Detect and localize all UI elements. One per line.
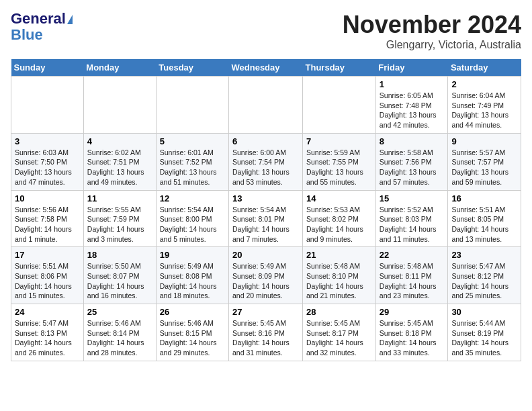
- weekday-header-sunday: Sunday: [11, 59, 84, 77]
- header: General Blue November 2024 Glengarry, Vi…: [11, 11, 521, 51]
- calendar-cell: 5Sunrise: 6:01 AM Sunset: 7:52 PM Daylig…: [156, 133, 228, 190]
- day-info: Sunrise: 5:55 AM Sunset: 7:59 PM Dayligh…: [87, 205, 152, 244]
- calendar-cell: 9Sunrise: 5:57 AM Sunset: 7:57 PM Daylig…: [448, 133, 521, 190]
- calendar-cell: 24Sunrise: 5:47 AM Sunset: 8:13 PM Dayli…: [11, 304, 84, 361]
- day-number: 30: [451, 307, 517, 317]
- day-number: 4: [87, 136, 152, 146]
- day-info: Sunrise: 5:48 AM Sunset: 8:11 PM Dayligh…: [380, 261, 445, 301]
- calendar-week-4: 17Sunrise: 5:51 AM Sunset: 8:06 PM Dayli…: [11, 247, 521, 304]
- day-number: 24: [15, 307, 80, 317]
- calendar-cell: 28Sunrise: 5:45 AM Sunset: 8:17 PM Dayli…: [303, 304, 376, 361]
- weekday-header-saturday: Saturday: [448, 59, 521, 77]
- weekday-header-monday: Monday: [83, 59, 156, 77]
- day-info: Sunrise: 6:01 AM Sunset: 7:52 PM Dayligh…: [160, 148, 225, 187]
- day-number: 17: [15, 250, 80, 260]
- day-number: 27: [232, 307, 299, 317]
- day-info: Sunrise: 5:45 AM Sunset: 8:18 PM Dayligh…: [380, 318, 445, 358]
- day-number: 18: [87, 250, 152, 260]
- day-info: Sunrise: 5:46 AM Sunset: 8:15 PM Dayligh…: [160, 318, 225, 358]
- calendar-week-1: 1Sunrise: 6:05 AM Sunset: 7:48 PM Daylig…: [11, 77, 521, 134]
- location-title: Glengarry, Victoria, Australia: [343, 39, 521, 51]
- day-number: 1: [380, 79, 445, 89]
- day-number: 11: [87, 193, 152, 203]
- day-info: Sunrise: 5:44 AM Sunset: 8:19 PM Dayligh…: [451, 318, 517, 358]
- calendar-cell: [229, 77, 303, 134]
- day-number: 5: [160, 136, 225, 146]
- calendar-cell: 30Sunrise: 5:44 AM Sunset: 8:19 PM Dayli…: [448, 304, 521, 361]
- logo: General Blue: [11, 11, 73, 43]
- calendar-cell: 27Sunrise: 5:45 AM Sunset: 8:16 PM Dayli…: [229, 304, 303, 361]
- day-number: 6: [232, 136, 299, 146]
- calendar-cell: [303, 77, 376, 134]
- calendar-cell: 17Sunrise: 5:51 AM Sunset: 8:06 PM Dayli…: [11, 247, 84, 304]
- calendar-table: SundayMondayTuesdayWednesdayThursdayFrid…: [11, 59, 521, 361]
- day-info: Sunrise: 5:49 AM Sunset: 8:08 PM Dayligh…: [160, 261, 225, 301]
- calendar-cell: 3Sunrise: 6:03 AM Sunset: 7:50 PM Daylig…: [11, 133, 84, 190]
- day-info: Sunrise: 5:56 AM Sunset: 7:58 PM Dayligh…: [15, 205, 80, 244]
- calendar-cell: 12Sunrise: 5:54 AM Sunset: 8:00 PM Dayli…: [156, 190, 228, 247]
- day-number: 19: [160, 250, 225, 260]
- day-number: 22: [380, 250, 445, 260]
- day-info: Sunrise: 5:54 AM Sunset: 8:01 PM Dayligh…: [232, 205, 299, 244]
- calendar-week-3: 10Sunrise: 5:56 AM Sunset: 7:58 PM Dayli…: [11, 190, 521, 247]
- day-info: Sunrise: 5:52 AM Sunset: 8:03 PM Dayligh…: [380, 205, 445, 244]
- calendar-cell: 8Sunrise: 5:58 AM Sunset: 7:56 PM Daylig…: [375, 133, 448, 190]
- calendar-cell: 1Sunrise: 6:05 AM Sunset: 7:48 PM Daylig…: [375, 77, 448, 134]
- day-number: 20: [232, 250, 299, 260]
- calendar-cell: 19Sunrise: 5:49 AM Sunset: 8:08 PM Dayli…: [156, 247, 228, 304]
- day-number: 12: [160, 193, 225, 203]
- day-info: Sunrise: 5:54 AM Sunset: 8:00 PM Dayligh…: [160, 205, 225, 244]
- day-number: 16: [451, 193, 517, 203]
- weekday-header-wednesday: Wednesday: [229, 59, 303, 77]
- calendar-cell: 16Sunrise: 5:51 AM Sunset: 8:05 PM Dayli…: [448, 190, 521, 247]
- calendar-cell: 10Sunrise: 5:56 AM Sunset: 7:58 PM Dayli…: [11, 190, 84, 247]
- calendar-cell: 6Sunrise: 6:00 AM Sunset: 7:54 PM Daylig…: [229, 133, 303, 190]
- calendar-cell: 15Sunrise: 5:52 AM Sunset: 8:03 PM Dayli…: [375, 190, 448, 247]
- day-number: 3: [15, 136, 80, 146]
- logo-subtext: Blue: [11, 27, 43, 43]
- day-info: Sunrise: 6:03 AM Sunset: 7:50 PM Dayligh…: [15, 148, 80, 187]
- calendar-cell: 20Sunrise: 5:49 AM Sunset: 8:09 PM Dayli…: [229, 247, 303, 304]
- calendar-cell: [83, 77, 156, 134]
- day-info: Sunrise: 5:53 AM Sunset: 8:02 PM Dayligh…: [306, 205, 372, 244]
- day-info: Sunrise: 5:47 AM Sunset: 8:13 PM Dayligh…: [15, 318, 80, 358]
- day-number: 14: [306, 193, 372, 203]
- calendar-week-2: 3Sunrise: 6:03 AM Sunset: 7:50 PM Daylig…: [11, 133, 521, 190]
- weekday-header-thursday: Thursday: [303, 59, 376, 77]
- day-number: 9: [451, 136, 517, 146]
- day-info: Sunrise: 5:51 AM Sunset: 8:06 PM Dayligh…: [15, 261, 80, 301]
- day-info: Sunrise: 5:57 AM Sunset: 7:57 PM Dayligh…: [451, 148, 517, 187]
- calendar-week-5: 24Sunrise: 5:47 AM Sunset: 8:13 PM Dayli…: [11, 304, 521, 361]
- day-number: 26: [160, 307, 225, 317]
- day-info: Sunrise: 5:50 AM Sunset: 8:07 PM Dayligh…: [87, 261, 152, 301]
- calendar-cell: [11, 77, 84, 134]
- day-info: Sunrise: 5:48 AM Sunset: 8:10 PM Dayligh…: [306, 261, 372, 301]
- day-info: Sunrise: 6:00 AM Sunset: 7:54 PM Dayligh…: [232, 148, 299, 187]
- weekday-header-tuesday: Tuesday: [156, 59, 228, 77]
- calendar-cell: 18Sunrise: 5:50 AM Sunset: 8:07 PM Dayli…: [83, 247, 156, 304]
- calendar-cell: 14Sunrise: 5:53 AM Sunset: 8:02 PM Dayli…: [303, 190, 376, 247]
- calendar-cell: 11Sunrise: 5:55 AM Sunset: 7:59 PM Dayli…: [83, 190, 156, 247]
- month-title: November 2024: [343, 11, 521, 39]
- day-number: 8: [380, 136, 445, 146]
- day-number: 2: [451, 79, 517, 89]
- calendar-cell: 2Sunrise: 6:04 AM Sunset: 7:49 PM Daylig…: [448, 77, 521, 134]
- day-number: 10: [15, 193, 80, 203]
- calendar-cell: 23Sunrise: 5:47 AM Sunset: 8:12 PM Dayli…: [448, 247, 521, 304]
- calendar-cell: 29Sunrise: 5:45 AM Sunset: 8:18 PM Dayli…: [375, 304, 448, 361]
- day-info: Sunrise: 5:49 AM Sunset: 8:09 PM Dayligh…: [232, 261, 299, 301]
- logo-text: General: [11, 11, 73, 27]
- day-number: 23: [451, 250, 517, 260]
- day-info: Sunrise: 6:04 AM Sunset: 7:49 PM Dayligh…: [451, 91, 517, 130]
- calendar-cell: 7Sunrise: 5:59 AM Sunset: 7:55 PM Daylig…: [303, 133, 376, 190]
- day-info: Sunrise: 5:45 AM Sunset: 8:16 PM Dayligh…: [232, 318, 299, 358]
- day-number: 13: [232, 193, 299, 203]
- day-number: 15: [380, 193, 445, 203]
- day-info: Sunrise: 5:47 AM Sunset: 8:12 PM Dayligh…: [451, 261, 517, 301]
- calendar-cell: 25Sunrise: 5:46 AM Sunset: 8:14 PM Dayli…: [83, 304, 156, 361]
- day-info: Sunrise: 5:45 AM Sunset: 8:17 PM Dayligh…: [306, 318, 372, 358]
- day-info: Sunrise: 6:05 AM Sunset: 7:48 PM Dayligh…: [380, 91, 445, 130]
- day-number: 25: [87, 307, 152, 317]
- day-info: Sunrise: 6:02 AM Sunset: 7:51 PM Dayligh…: [87, 148, 152, 187]
- day-number: 29: [380, 307, 445, 317]
